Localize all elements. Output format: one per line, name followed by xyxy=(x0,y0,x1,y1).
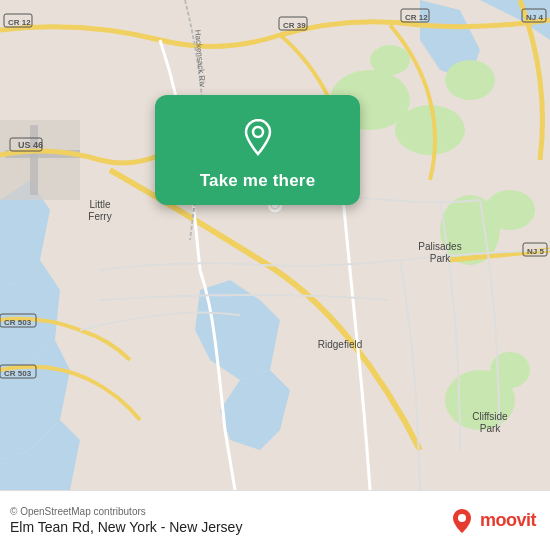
moovit-logo: moovit xyxy=(448,507,536,535)
bottom-left: © OpenStreetMap contributors Elm Tean Rd… xyxy=(10,506,242,535)
svg-text:US 46: US 46 xyxy=(18,140,43,150)
svg-rect-18 xyxy=(0,120,80,200)
svg-text:CR 39: CR 39 xyxy=(283,21,306,30)
svg-text:Park: Park xyxy=(430,253,452,264)
popup-card[interactable]: Take me there xyxy=(155,95,360,205)
moovit-text: moovit xyxy=(480,510,536,531)
svg-text:Palisades: Palisades xyxy=(418,241,461,252)
svg-point-47 xyxy=(253,127,263,137)
svg-point-15 xyxy=(485,190,535,230)
svg-text:CR 12: CR 12 xyxy=(8,18,31,27)
svg-text:Ridgefield: Ridgefield xyxy=(318,339,362,350)
map-container: US 46 CR 12 CR 39 CR 12 NJ 4 NJ 5 CR 503… xyxy=(0,0,550,490)
moovit-logo-icon xyxy=(448,507,476,535)
svg-rect-20 xyxy=(30,125,38,195)
svg-text:Little: Little xyxy=(89,199,111,210)
svg-text:Ferry: Ferry xyxy=(88,211,111,222)
svg-text:CR 12: CR 12 xyxy=(405,13,428,22)
location-icon-wrap xyxy=(234,113,282,161)
svg-point-12 xyxy=(445,60,495,100)
bottom-bar: © OpenStreetMap contributors Elm Tean Rd… xyxy=(0,490,550,550)
osm-credit: © OpenStreetMap contributors xyxy=(10,506,242,517)
svg-text:Cliffside: Cliffside xyxy=(472,411,508,422)
svg-point-48 xyxy=(458,514,466,522)
take-me-there-button[interactable]: Take me there xyxy=(200,171,316,191)
svg-text:CR 503: CR 503 xyxy=(4,318,32,327)
svg-text:NJ 4: NJ 4 xyxy=(526,13,543,22)
svg-text:NJ 5: NJ 5 xyxy=(527,247,544,256)
svg-point-11 xyxy=(395,105,465,155)
svg-text:Park: Park xyxy=(480,423,502,434)
location-label: Elm Tean Rd, New York - New Jersey xyxy=(10,519,242,535)
svg-text:CR 503: CR 503 xyxy=(4,369,32,378)
svg-point-17 xyxy=(490,352,530,388)
svg-point-13 xyxy=(370,45,410,75)
